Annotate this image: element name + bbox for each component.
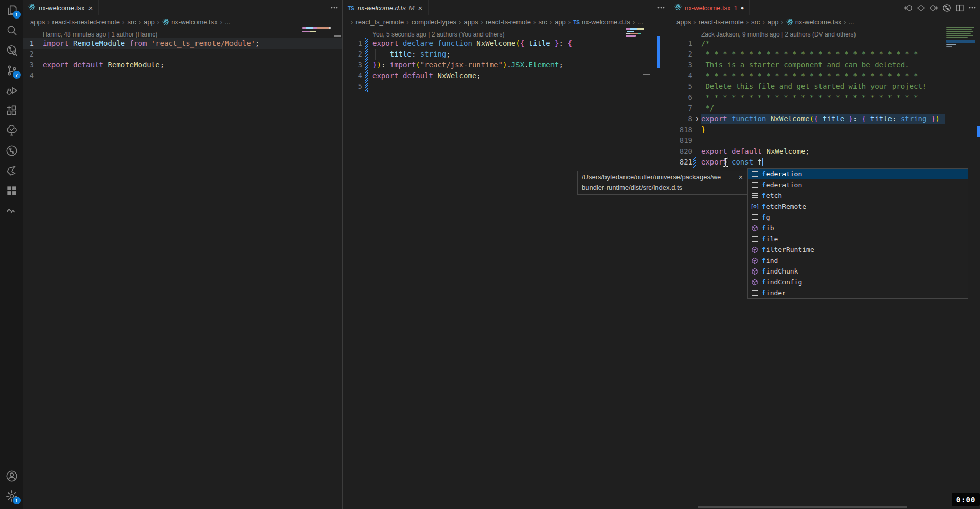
breadcrumb-label: apps bbox=[30, 18, 45, 26]
nav-forward-icon[interactable] bbox=[929, 3, 938, 12]
source-control-icon[interactable]: 7 bbox=[0, 60, 23, 80]
breadcrumb-item[interactable]: apps bbox=[676, 18, 691, 26]
fold-chevron-icon[interactable]: ❯ bbox=[692, 114, 701, 124]
breadcrumb-item[interactable]: src bbox=[127, 18, 136, 26]
suggestion-item[interactable]: federation bbox=[748, 179, 968, 190]
code-text: * * * * * * * * * * * * * * * * * * * * … bbox=[701, 70, 980, 81]
suggestion-item[interactable]: fib bbox=[748, 223, 968, 233]
run-debug-icon[interactable] bbox=[0, 80, 23, 100]
split-editor-icon[interactable] bbox=[955, 3, 964, 12]
close-icon[interactable]: × bbox=[418, 4, 423, 12]
breadcrumb-item[interactable]: ... bbox=[225, 18, 230, 26]
settings-icon[interactable]: 1 bbox=[0, 486, 23, 506]
breadcrumb-item[interactable]: react_ts_remote bbox=[355, 18, 404, 26]
breadcrumb-item[interactable]: apps bbox=[464, 18, 478, 26]
breadcrumb-item[interactable]: app bbox=[144, 18, 155, 26]
breadcrumb-item[interactable]: ... bbox=[849, 18, 854, 26]
code-line[interactable]: 821export const f bbox=[669, 157, 980, 168]
suggestion-item[interactable]: fg bbox=[748, 212, 968, 223]
more-icon[interactable] bbox=[968, 3, 977, 12]
editor-content[interactable]: Hanric, 48 minutes ago | 1 author (Hanri… bbox=[23, 28, 342, 81]
code-line[interactable]: 1export declare function NxWelcome({ tit… bbox=[343, 38, 669, 49]
code-line[interactable]: 6 * * * * * * * * * * * * * * * * * * * … bbox=[669, 92, 980, 103]
code-line[interactable]: 2 * * * * * * * * * * * * * * * * * * * … bbox=[669, 49, 980, 60]
code-line[interactable]: 7 */ bbox=[669, 103, 980, 114]
tab-nx-welcome.tsx[interactable]: nx-welcome.tsx1● bbox=[669, 0, 750, 15]
angular-shape-icon[interactable] bbox=[0, 160, 23, 180]
extensions-icon[interactable] bbox=[0, 100, 23, 120]
breadcrumb-label: src bbox=[127, 18, 136, 26]
suggestion-label: fetchRemote bbox=[762, 203, 806, 210]
blame-codelens[interactable]: Zack Jackson, 9 months ago | 2 authors (… bbox=[701, 28, 980, 38]
nav-circle-icon[interactable] bbox=[916, 3, 925, 12]
grid-icon[interactable] bbox=[0, 180, 23, 201]
suggestion-item[interactable]: file bbox=[748, 233, 968, 244]
breadcrumb-item[interactable]: app bbox=[555, 18, 566, 26]
git-graph-icon[interactable] bbox=[942, 3, 951, 12]
git-circle-icon[interactable] bbox=[0, 140, 23, 160]
breadcrumb-item[interactable]: react-ts-remote bbox=[486, 18, 531, 26]
code-line[interactable]: 3 This is a starter component and can be… bbox=[669, 60, 980, 70]
breadcrumb-item[interactable]: ... bbox=[637, 18, 643, 26]
search-icon[interactable] bbox=[0, 20, 23, 40]
explorer-icon[interactable]: 1 bbox=[0, 0, 23, 20]
account-icon[interactable] bbox=[0, 466, 23, 486]
tooltip-path-line2: bundler-runtime/dist/src/index.d.ts bbox=[582, 183, 743, 193]
breadcrumb-item[interactable]: react-ts-nested-remote bbox=[52, 18, 120, 26]
code-line[interactable]: 819 bbox=[669, 135, 980, 146]
waves-icon[interactable] bbox=[0, 201, 23, 221]
close-icon[interactable]: × bbox=[88, 4, 94, 12]
breadcrumb-item[interactable]: apps bbox=[30, 18, 45, 26]
code-line[interactable]: 3}): import("react/jsx-runtime").JSX.Ele… bbox=[343, 60, 669, 70]
suggestion-item[interactable]: findChunk bbox=[748, 266, 968, 277]
code-line[interactable]: 5 bbox=[343, 81, 669, 92]
tab-nx-welcome.d.ts[interactable]: TSnx-welcome.d.tsM× bbox=[343, 0, 429, 15]
tab-nx-welcome.tsx[interactable]: nx-welcome.tsx× bbox=[23, 0, 99, 15]
code-line[interactable]: 1/* bbox=[669, 38, 980, 49]
suggestion-item[interactable]: finder bbox=[748, 287, 968, 298]
suggestion-item[interactable]: filterRuntime bbox=[748, 244, 968, 255]
blame-codelens[interactable]: Hanric, 48 minutes ago | 1 author (Hanri… bbox=[43, 28, 342, 38]
code-line[interactable]: 2 title: string; bbox=[343, 49, 669, 60]
breadcrumb-item[interactable]: react-ts-remote bbox=[699, 18, 744, 26]
breadcrumb-item[interactable]: src bbox=[538, 18, 547, 26]
suggestion-label: file bbox=[762, 235, 778, 243]
suggestion-item[interactable]: [⊘]fetchRemote bbox=[748, 201, 968, 212]
editor-content[interactable]: Zack Jackson, 9 months ago | 2 authors (… bbox=[669, 28, 980, 168]
horizontal-scrollbar[interactable] bbox=[698, 506, 907, 508]
breadcrumb-item[interactable]: compiled-types bbox=[412, 18, 456, 26]
code-line[interactable]: 4 * * * * * * * * * * * * * * * * * * * … bbox=[669, 70, 980, 81]
code-line[interactable]: 820export default NxWelcome; bbox=[669, 146, 980, 157]
code-line[interactable]: 1import RemoteModule from 'react_ts_remo… bbox=[23, 38, 342, 49]
close-icon[interactable]: × bbox=[739, 173, 743, 181]
suggestion-item[interactable]: find bbox=[748, 255, 968, 266]
commit-graph-icon[interactable] bbox=[0, 40, 23, 60]
breadcrumb-item[interactable]: src bbox=[751, 18, 760, 26]
line-number: 1 bbox=[343, 38, 362, 49]
suggestion-item[interactable]: federation bbox=[748, 169, 968, 179]
code-line[interactable]: 818} bbox=[669, 124, 980, 135]
more-icon[interactable] bbox=[330, 3, 339, 12]
breadcrumb-item[interactable]: app bbox=[768, 18, 779, 26]
tree-check-icon[interactable] bbox=[0, 120, 23, 140]
fold-slot bbox=[692, 146, 701, 157]
code-line[interactable]: 4 bbox=[23, 70, 342, 81]
code-line[interactable]: 3export default RemoteModule; bbox=[23, 60, 342, 70]
breadcrumb-label: compiled-types bbox=[412, 18, 456, 26]
code-line[interactable]: 4export default NxWelcome; bbox=[343, 70, 669, 81]
editor-actions bbox=[656, 0, 666, 15]
dirty-indicator-icon[interactable]: ● bbox=[741, 5, 744, 11]
breadcrumb-item[interactable]: TSnx-welcome.d.ts bbox=[573, 18, 630, 26]
line-number: 6 bbox=[669, 92, 692, 103]
breadcrumb-item[interactable]: nx-welcome.tsx bbox=[786, 18, 842, 26]
nav-back-icon[interactable] bbox=[903, 3, 913, 12]
code-line[interactable]: 2 bbox=[23, 49, 342, 60]
breadcrumb-item[interactable]: nx-welcome.tsx bbox=[162, 18, 218, 26]
more-icon[interactable] bbox=[656, 3, 666, 12]
editor-content[interactable]: You, 5 seconds ago | 2 authors (You and … bbox=[343, 28, 669, 92]
blame-codelens[interactable]: You, 5 seconds ago | 2 authors (You and … bbox=[372, 28, 669, 38]
suggestion-item[interactable]: findConfig bbox=[748, 277, 968, 287]
code-line[interactable]: 8❯export function NxWelcome({ title }: {… bbox=[669, 114, 980, 124]
suggestion-item[interactable]: fetch bbox=[748, 190, 968, 201]
code-line[interactable]: 5 Delete this file and get started with … bbox=[669, 81, 980, 92]
